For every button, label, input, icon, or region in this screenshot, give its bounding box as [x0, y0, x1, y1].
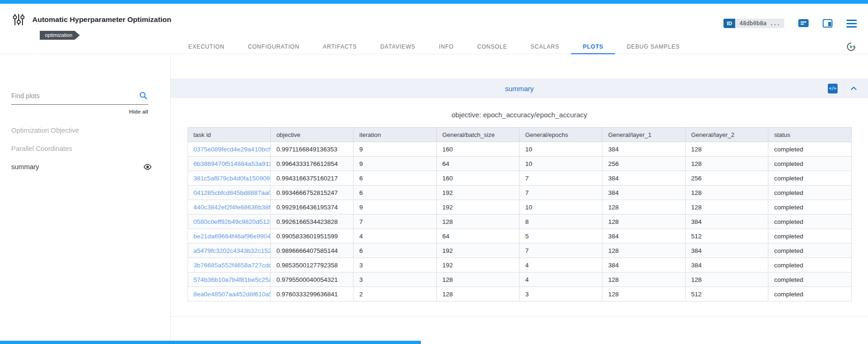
table-cell: completed: [768, 200, 851, 215]
column-header: General/layer_2: [685, 128, 768, 142]
table-cell: 0.9934666752815247: [270, 186, 353, 200]
table-cell: completed: [768, 157, 851, 171]
task-id-link[interactable]: 6b3869470f514884a53a911: [188, 157, 270, 171]
task-id-link[interactable]: 381c5af879cb4d0fa1509091: [188, 171, 270, 186]
task-id-link[interactable]: a5479fc3202c4343b32c152: [188, 244, 270, 258]
auto-refresh-icon[interactable]: [846, 42, 856, 51]
plots-main-panel: summary </> objective: epoch_accuracy/ep…: [171, 54, 868, 344]
summary-table: task idobjectiveiterationGeneral/batch_s…: [188, 127, 852, 301]
table-cell: 4: [520, 272, 602, 287]
top-status-bar: [0, 0, 868, 4]
eye-icon[interactable]: [144, 164, 152, 170]
column-header: General/epochs: [520, 128, 602, 142]
column-header: status: [768, 128, 851, 142]
table-cell: 64: [436, 229, 519, 244]
details-panel-icon[interactable]: [823, 19, 832, 28]
table-cell: completed: [768, 229, 851, 244]
table-cell: 0.9929166436195374: [270, 200, 353, 215]
table-cell: 9: [354, 157, 436, 171]
tab-console[interactable]: CONSOLE: [465, 43, 519, 54]
task-id-link[interactable]: 3b76685a552f4658a727cdd: [188, 258, 270, 272]
sidebar-item-summary[interactable]: summary: [11, 158, 152, 176]
table-cell: 6: [354, 244, 436, 258]
table-row: be21da69664f46af96e99040.990583360195159…: [188, 229, 851, 244]
table-cell: 192: [436, 186, 519, 200]
tab-configuration[interactable]: CONFIGURATION: [236, 43, 311, 54]
task-id-link[interactable]: 574b36b10a7b4f81be5c25a: [188, 272, 270, 287]
task-id-link[interactable]: be21da69664f46af96e9904: [188, 229, 270, 244]
table-row: 440c3842ef2f4fe68636b38f0.99291664361953…: [188, 200, 851, 215]
embed-code-icon[interactable]: </>: [828, 84, 838, 93]
table-cell: completed: [768, 171, 851, 186]
tab-plots[interactable]: PLOTS: [571, 43, 615, 54]
table-cell: 128: [685, 272, 768, 287]
comment-icon[interactable]: [798, 19, 809, 28]
table-row: 8ea0e48507aa452d8f610a50.976033329963684…: [188, 287, 851, 301]
hide-all-link[interactable]: Hide all: [0, 109, 148, 115]
table-header-row: task idobjectiveiterationGeneral/batch_s…: [188, 128, 851, 142]
id-badge[interactable]: ID 48db0b8a ...: [723, 19, 784, 28]
table-cell: 128: [602, 215, 685, 229]
search-icon[interactable]: [139, 92, 147, 100]
table-cell: completed: [768, 244, 851, 258]
tab-artifacts[interactable]: ARTIFACTS: [311, 43, 369, 54]
table-cell: 8: [520, 215, 602, 229]
table-cell: 384: [602, 171, 685, 186]
table-cell: 128: [685, 142, 768, 157]
tab-bar-tabs: EXECUTIONCONFIGURATIONARTIFACTSDATAVIEWS…: [177, 43, 692, 54]
sidebar-item-parallel-coordinates[interactable]: Parallel Coordinates: [11, 139, 152, 158]
task-id-link[interactable]: 041285cbfcd845bd8887aa0: [188, 186, 270, 200]
table-cell: 64: [436, 157, 519, 171]
table-cell: 7: [354, 215, 436, 229]
column-header: iteration: [354, 128, 436, 142]
table-cell: 384: [685, 258, 768, 272]
table-cell: 256: [685, 171, 768, 186]
tab-scalars[interactable]: SCALARS: [519, 43, 571, 54]
table-cell: completed: [768, 287, 851, 301]
table-cell: 0.9964333176612854: [270, 157, 353, 171]
sidebar-item-label: summary: [11, 163, 39, 171]
task-id-link[interactable]: 440c3842ef2f4fe68636b38f: [188, 200, 270, 215]
collapse-chevron-up-icon[interactable]: [851, 86, 857, 90]
summary-panel-header: summary </>: [171, 79, 868, 98]
table-cell: completed: [768, 272, 851, 287]
task-id-link[interactable]: 0375e089fecd4e29a410bcf6: [188, 142, 270, 157]
table-cell: 6: [354, 171, 436, 186]
table-cell: 128: [685, 186, 768, 200]
table-cell: 7: [520, 244, 602, 258]
table-cell: completed: [768, 142, 851, 157]
tab-bar: EXECUTIONCONFIGURATIONARTIFACTSDATAVIEWS…: [0, 41, 868, 54]
table-cell: completed: [768, 258, 851, 272]
table-cell: 384: [602, 142, 685, 157]
table-cell: 2: [354, 287, 436, 301]
table-cell: 160: [436, 171, 519, 186]
task-id-link[interactable]: 8ea0e48507aa452d8f610a5: [188, 287, 270, 301]
tab-info[interactable]: INFO: [427, 43, 465, 54]
table-cell: 384: [602, 258, 685, 272]
table-row: 574b36b10a7b4f81be5c25a0.979550004005432…: [188, 272, 851, 287]
table-cell: 0.9971166849136353: [270, 142, 353, 157]
tab-debug-samples[interactable]: DEBUG SAMPLES: [615, 43, 691, 54]
table-cell: 7: [520, 171, 602, 186]
table-cell: completed: [768, 215, 851, 229]
table-cell: 192: [436, 258, 519, 272]
table-cell: 192: [436, 244, 519, 258]
tab-dataviews[interactable]: DATAVIEWS: [369, 43, 427, 54]
table-cell: 10: [520, 157, 602, 171]
search-input[interactable]: [11, 92, 136, 100]
sidebar-item-label: Parallel Coordinates: [11, 145, 72, 152]
menu-icon[interactable]: [846, 20, 857, 28]
sidebar-item-optimization-objective[interactable]: Optimization Objective: [11, 121, 152, 139]
experiment-tag[interactable]: optimization: [40, 31, 80, 40]
task-id-link[interactable]: 0580c0eff92b49c9820d5124: [188, 215, 270, 229]
table-cell: 9: [354, 142, 436, 157]
table-cell: 0.9896666407585144: [270, 244, 353, 258]
tab-execution[interactable]: EXECUTION: [177, 43, 236, 54]
plot-list: Optimization ObjectiveParallel Coordinat…: [11, 121, 152, 176]
table-cell: 10: [520, 142, 602, 157]
table-cell: 128: [685, 200, 768, 215]
table-cell: 0.9943166375160217: [270, 171, 353, 186]
column-header: General/batch_size: [436, 128, 519, 142]
table-cell: 0.9795500040054321: [270, 272, 353, 287]
table-cell: 160: [436, 142, 519, 157]
